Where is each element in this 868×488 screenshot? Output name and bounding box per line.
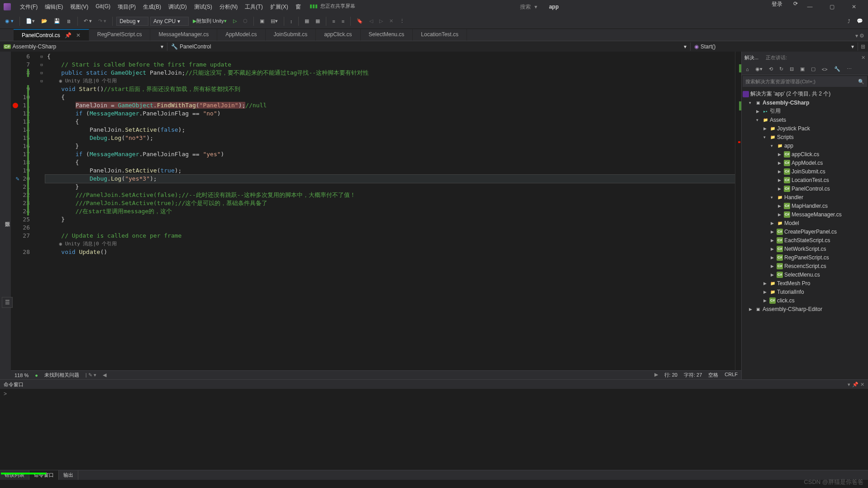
save-all-button[interactable]: 🗎 (64, 17, 74, 25)
bookmark-prev[interactable]: ◁ (367, 17, 375, 25)
tb-a[interactable]: ▣ (258, 17, 267, 25)
dropdown-icon[interactable]: ▾ (848, 382, 850, 388)
bookmark-next[interactable]: ▷ (377, 17, 385, 25)
liveshare-tab[interactable]: 正在讲话: (766, 54, 787, 61)
wrench-icon[interactable]: 🔧 (832, 65, 843, 73)
share-button[interactable]: ⤴ (845, 17, 853, 25)
code-text[interactable]: { // Start is called before the first fr… (45, 52, 735, 370)
save-button[interactable]: 💾 (52, 17, 62, 25)
zoom-label[interactable]: 118 % (14, 373, 29, 378)
maximize-button[interactable]: ▢ (822, 0, 842, 13)
redo-button[interactable]: ↷ ▾ (96, 17, 109, 25)
tree-node[interactable]: ▶C#SelectMenu.cs (742, 270, 868, 279)
tree-node[interactable]: ▶C#LocationTest.cs (742, 176, 868, 184)
indent-label[interactable]: 空格 (708, 372, 718, 378)
sidebar-toggle-button[interactable]: ☰ (2, 297, 13, 308)
showall-icon[interactable]: ▣ (798, 65, 807, 73)
menu-item[interactable]: 调试(D) (165, 1, 191, 13)
tree-node[interactable]: ▶C#PanelControl.cs (742, 184, 868, 193)
col-label[interactable]: 字符: 27 (684, 372, 702, 378)
tree-node[interactable]: ▶C#EachStateScript.cs (742, 236, 868, 244)
document-tab[interactable]: LocationTest.cs (413, 29, 467, 41)
document-tab[interactable]: SelectMenu.cs (361, 29, 413, 41)
tree-node[interactable]: ▶C#NetWorkScript.cs (742, 244, 868, 253)
tb-e[interactable]: ▦ (313, 17, 322, 25)
document-tab[interactable]: RegPanelScript.cs (89, 29, 151, 41)
tree-node[interactable]: ▶C#appClick.cs (742, 150, 868, 158)
more-icon[interactable]: ⋯ (844, 65, 854, 73)
tree-node[interactable]: ▶📁TextMesh Pro (742, 279, 868, 287)
tree-node[interactable]: ▾📁Assets (742, 115, 868, 124)
tb-g[interactable]: ≡ (339, 17, 347, 25)
sync-icon[interactable]: ⟲ (767, 65, 775, 73)
solution-tab[interactable]: 解决... (744, 54, 758, 61)
tool-1[interactable]: ⬡ (241, 17, 250, 25)
tb-d[interactable]: ▦ (302, 17, 311, 25)
props-icon[interactable]: ▢ (809, 65, 818, 73)
start-no-debug-button[interactable]: ▷ (231, 17, 239, 25)
bottom-tab[interactable]: 命令窗口 (29, 470, 59, 480)
tb-b[interactable]: ▤▾ (268, 17, 280, 25)
tree-node[interactable]: ▶📁TutorialInfo (742, 287, 868, 296)
solution-node[interactable]: 解决方案 'app' (2 个项目, 共 2 个) (742, 90, 868, 98)
home-icon[interactable]: ⌂ (744, 65, 751, 73)
tab-overflow[interactable]: ▾ ⚙ (852, 31, 868, 41)
tb-c[interactable]: ↕ (288, 17, 295, 25)
menu-item[interactable]: 文件(F) (16, 1, 41, 13)
tree-node[interactable]: ▾📁app (742, 141, 868, 150)
overflow-icon[interactable]: ⋮ (397, 17, 407, 25)
login-button[interactable]: 登录 (772, 0, 782, 13)
title-search[interactable]: 搜索▾ (517, 2, 540, 12)
tree-node[interactable]: ▶📁Joystick Pack (742, 124, 868, 133)
view-switch-icon[interactable]: ◉▾ (753, 65, 765, 73)
refresh-icon[interactable]: ↻ (777, 65, 786, 73)
bookmark-icon[interactable]: 🔖 (354, 17, 365, 25)
line-label[interactable]: 行: 20 (664, 372, 677, 378)
tree-node[interactable]: ▶C#CreatePlayerPanel.cs (742, 227, 868, 236)
tree-node[interactable]: ▶C#RegPanelScript.cs (742, 253, 868, 262)
tree-node[interactable]: ▶C#MessageManager.cs (742, 210, 868, 219)
document-tab[interactable]: MessageManager.cs (150, 29, 217, 41)
nav-project-dropdown[interactable]: C# Assembly-CSharp ▾ (0, 43, 167, 51)
issues-label[interactable]: 未找到相关问题 (44, 372, 79, 378)
menu-item[interactable]: 视图(V) (67, 1, 92, 13)
collapse-icon[interactable]: ⊟ (787, 65, 796, 73)
tree-node[interactable]: ▶C#RescencScript.cs (742, 262, 868, 270)
fold-gutter[interactable]: ⊟⊟⊟⊟ (38, 52, 45, 370)
tree-node[interactable]: ▶▸▪引用 (742, 107, 868, 115)
feedback-button[interactable]: 💬 (854, 17, 865, 25)
open-button[interactable]: 📂 (39, 17, 50, 25)
start-debug-button[interactable]: ▶ 附加到 Unity ▾ (191, 16, 229, 26)
tree-node[interactable]: ▶▣Assembly-CSharp-Editor (742, 305, 868, 313)
command-window-body[interactable]: > (0, 389, 868, 470)
menu-item[interactable]: 编辑(E) (41, 1, 67, 13)
platform-dropdown[interactable]: Any CPU ▾ (150, 17, 189, 26)
menu-item[interactable]: 窗 (292, 1, 305, 13)
solution-search[interactable]: 搜索解决方案资源管理器(Ctrl+;) 🔍 (743, 76, 867, 87)
bookmark-clear[interactable]: ✕ (387, 17, 396, 25)
tree-node[interactable]: ▾📁Scripts (742, 133, 868, 141)
undo-button[interactable]: ↶ ▾ (81, 17, 94, 25)
tree-node[interactable]: ▶C#MapHandler.cs (742, 201, 868, 210)
menu-item[interactable]: 分析(N) (216, 1, 242, 13)
menu-item[interactable]: 项目(P) (114, 1, 139, 13)
tree-node[interactable]: ▶C#JoinSubmit.cs (742, 167, 868, 176)
document-tab[interactable]: AppModel.cs (217, 29, 265, 41)
lineending-label[interactable]: CRLF (725, 372, 738, 378)
close-icon[interactable]: ✕ (860, 382, 864, 388)
minimize-button[interactable]: — (800, 0, 820, 13)
tree-node[interactable]: ▶C#click.cs (742, 296, 868, 305)
document-tab[interactable]: JoinSubmit.cs (266, 29, 316, 41)
close-button[interactable]: ✕ (844, 0, 864, 13)
bottom-tab[interactable]: 错误列表 (0, 470, 29, 480)
nav-member-dropdown[interactable]: ◉ Start() ▾ (691, 43, 858, 51)
menu-item[interactable]: Git(G) (92, 1, 114, 13)
overview-ruler[interactable] (735, 52, 741, 370)
bottom-tab[interactable]: 输出 (59, 470, 78, 480)
tb-f[interactable]: ≡ (330, 17, 337, 25)
nav-class-dropdown[interactable]: 🔧 PanelControl ▾ (167, 43, 691, 51)
pin-icon[interactable]: 📌 (852, 382, 858, 388)
menu-item[interactable]: 生成(B) (139, 1, 165, 13)
split-button[interactable]: ⊞ (858, 43, 868, 50)
panel-close-icon[interactable]: ✕ (861, 55, 865, 61)
